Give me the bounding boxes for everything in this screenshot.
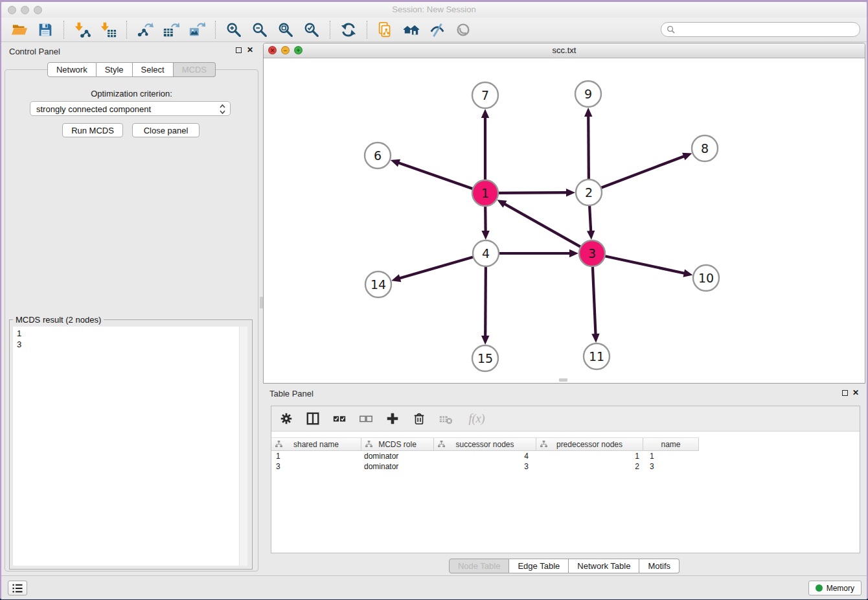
graph-edge-1-6[interactable] [398,163,474,189]
toolbar-separator [330,21,330,39]
graph-arrowhead-1-7 [481,109,489,118]
memory-button[interactable]: Memory [808,581,862,595]
fx-icon: f(x) [469,412,485,426]
control-panel-close-button[interactable]: ✕ [246,45,255,55]
zoom-fit-button[interactable] [275,20,296,40]
memory-status-dot-icon [816,584,823,592]
hide-selected-button[interactable] [427,20,448,40]
export-network-button[interactable] [135,20,155,40]
table-column-mode-button[interactable] [304,410,321,427]
table-settings-button[interactable] [278,410,295,427]
graph-arrowhead-4-15 [481,336,489,345]
graph-arrowhead-1-4 [481,231,489,240]
export-image-button[interactable] [187,20,207,40]
tab-mcds[interactable]: MCDS [174,62,216,77]
graph-edge-4-15[interactable] [485,266,486,337]
network-window-title: scc.txt [264,45,865,55]
graph-edge-3-10[interactable] [604,256,685,273]
tab-edge-table[interactable]: Edge Table [509,559,569,573]
tab-select[interactable]: Select [133,62,174,77]
splitter-handle-left[interactable] [260,297,263,308]
delete-table-icon [439,411,453,426]
column-header-name[interactable]: name [643,438,699,450]
close-panel-button[interactable]: Close panel [132,123,200,137]
import-table-button[interactable] [98,20,119,40]
optimization-dropdown[interactable]: strongly connected component [30,101,231,116]
column-header-MCDS-role[interactable]: MCDS role [361,438,434,450]
toolbar-separator [126,21,127,39]
graph-arrowhead-1-6 [391,159,400,167]
graph-edge-2-3[interactable] [589,205,591,232]
column-type-icon [540,441,547,448]
graph-edge-4-14[interactable] [399,257,474,279]
status-bar: Memory [1,575,867,599]
network-canvas[interactable]: 1234678910111415 [264,58,865,384]
select-all-columns-button[interactable] [331,410,348,427]
table-panel-float-button[interactable] [842,390,848,396]
toolbar-separator [63,21,64,39]
column-header-shared-name[interactable]: shared name [271,438,361,450]
export-table-button[interactable] [161,20,181,40]
graph-arrowhead-3-10 [683,270,692,277]
tab-motifs[interactable]: Motifs [639,559,680,573]
columns-icon [306,411,320,426]
mcds-result-scrollbar[interactable] [239,327,247,566]
zoom-out-button[interactable] [249,20,270,40]
apply-layout-button[interactable] [338,20,359,40]
graph-edge-2-9[interactable] [588,115,589,180]
result-line: 3 [17,339,244,350]
graph-node-label-4: 4 [482,246,490,260]
create-column-button[interactable] [384,410,401,427]
zoom-in-icon [225,21,242,38]
table-panel-close-button[interactable]: ✕ [851,387,860,398]
column-header-label: predecessor nodes [556,440,622,449]
splitter-handle-bottom[interactable] [559,378,567,382]
tab-network-table[interactable]: Network Table [569,559,639,573]
table-row[interactable]: 3dominator323 [271,461,860,472]
table-panel: Table Panel ✕ [263,385,865,575]
column-header-label: name [661,440,680,449]
open-session-button[interactable] [9,20,30,40]
deselect-all-columns-button[interactable] [358,410,374,427]
control-panel-float-button[interactable] [236,47,242,53]
tab-node-table[interactable]: Node Table [449,559,510,573]
tab-network[interactable]: Network [47,62,97,77]
graph-arrowhead-2-8 [682,153,692,161]
search-box[interactable] [661,22,860,37]
clone-network-button[interactable] [375,20,396,40]
task-history-button[interactable] [8,581,27,595]
table-panel-tabs: Node TableEdge TableNetwork TableMotifs [263,559,865,573]
zoom-fit-icon [277,21,294,38]
graph-edge-1-2[interactable] [497,192,567,193]
run-mcds-button[interactable]: Run MCDS [62,123,123,137]
control-panel: Control Panel ✕ NetworkStyleSelectMCDS O… [1,43,262,575]
function-builder-button[interactable]: f(x) [464,410,490,427]
graph-edge-3-11[interactable] [593,266,596,335]
optimization-dropdown-value: strongly connected component [36,104,151,114]
graph-edge-3-1[interactable] [504,203,582,247]
column-header-successor-nodes[interactable]: successor nodes [434,438,536,450]
import-network-icon [74,21,91,38]
eye-icon [455,21,472,38]
mcds-result-textarea[interactable]: 13 [13,327,247,566]
tab-style[interactable]: Style [97,62,133,77]
graph-node-label-7: 7 [481,88,489,102]
table-cell: 1 [271,452,361,461]
zoom-selected-button[interactable] [301,20,322,40]
graph-edge-2-8[interactable] [600,156,685,189]
graph-node-label-11: 11 [589,349,604,363]
first-neighbors-button[interactable] [401,20,422,40]
save-session-button[interactable] [35,20,56,40]
zoom-in-button[interactable] [223,20,244,40]
delete-table-button[interactable] [437,410,454,427]
import-network-button[interactable] [72,20,93,40]
table-row[interactable]: 1dominator411 [271,451,860,461]
table-cell: 2 [536,462,643,471]
delete-column-button[interactable] [411,410,428,427]
search-input[interactable] [678,24,854,35]
table-toolbar: f(x) [271,406,860,432]
column-header-predecessor-nodes[interactable]: predecessor nodes [536,438,643,450]
show-all-button[interactable] [453,20,474,40]
eye-slash-icon [429,21,446,38]
table-cell: 3 [271,462,361,471]
